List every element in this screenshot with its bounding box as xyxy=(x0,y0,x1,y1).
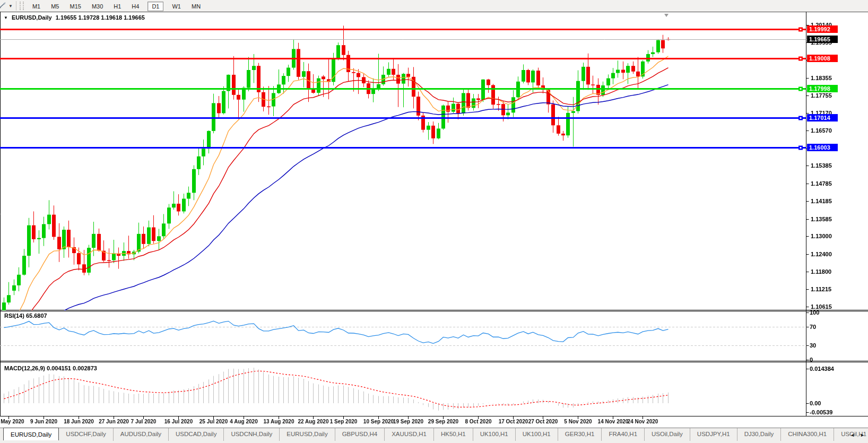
price-axis-tick: 1.16570 xyxy=(811,127,832,134)
chart-tab-eurusd-daily[interactable]: EURUSD,Daily xyxy=(279,428,334,441)
rsi-axis-tick: 70 xyxy=(810,323,816,331)
date-axis-label: 24 Nov 2020 xyxy=(623,419,663,424)
chart-window: ▼ EURUSD,Daily 1.19655 1.19728 1.19618 1… xyxy=(0,12,868,428)
date-axis-label: 9 Jun 2020 xyxy=(24,419,64,424)
price-axis-tick: 1.11215 xyxy=(811,285,831,293)
macd-axis-tick: -0.00539 xyxy=(810,409,832,416)
hline-price-label: 1.19992 xyxy=(807,25,838,33)
rsi-axis-tick: 100 xyxy=(810,309,819,316)
date-axis-label: 4 Aug 2020 xyxy=(224,419,264,424)
chart-tab-uk100-h1[interactable]: UK100,H1 xyxy=(515,428,558,441)
price-axis-tick: 1.11800 xyxy=(811,268,831,275)
timeframe-button-d1[interactable]: D1 xyxy=(147,2,163,11)
current-price-label: 1.19665 xyxy=(807,36,838,43)
timeframe-button-m5[interactable]: M5 xyxy=(47,2,63,11)
date-axis-label: 1 Sep 2020 xyxy=(324,419,364,424)
date-axis-label: 7 Jul 2020 xyxy=(124,419,164,424)
rsi-axis-tick: 30 xyxy=(810,342,816,349)
price-axis-tick: 1.17755 xyxy=(811,92,832,99)
rsi-axis-tick: 0 xyxy=(810,356,813,363)
toolbar-drag-handle[interactable] xyxy=(20,2,24,10)
trendline-tool-icon[interactable] xyxy=(0,2,8,10)
timeframe-button-mn[interactable]: MN xyxy=(187,2,205,11)
chart-tab-dj30-daily[interactable]: DJ30,Daily xyxy=(737,428,781,441)
chart-tab-gbpusd-h4[interactable]: GBPUSD,H4 xyxy=(335,428,384,441)
price-axis-tick: 1.13000 xyxy=(811,232,832,240)
hline-price-label: 1.17998 xyxy=(807,85,838,92)
chart-tab-fra40-h1[interactable]: FRA40,H1 xyxy=(601,428,644,441)
timeframe-button-h1[interactable]: H1 xyxy=(109,2,125,11)
date-axis-label: 8 Oct 2020 xyxy=(458,419,499,424)
price-axis-tick: 1.13585 xyxy=(811,215,832,223)
macd-indicator-label: MACD(12,26,9) 0.004151 0.002873 xyxy=(4,365,97,371)
chart-tab-eurusd-daily[interactable]: EURUSD,Daily xyxy=(3,428,59,440)
chart-canvas[interactable] xyxy=(0,12,868,428)
chart-shift-marker-icon[interactable] xyxy=(664,14,669,17)
timeframe-button-h4[interactable]: H4 xyxy=(127,2,143,11)
tab-scroll-right-icon[interactable]: ► xyxy=(860,432,865,438)
date-axis-label: 16 Jul 2020 xyxy=(159,419,199,424)
price-axis-tick: 1.15385 xyxy=(811,162,832,169)
timeframe-button-m15[interactable]: M15 xyxy=(65,2,85,11)
price-axis-tick: 1.14185 xyxy=(811,197,832,205)
timeframe-button-m1[interactable]: M1 xyxy=(28,2,45,11)
chart-tab-audusd-daily[interactable]: AUDUSD,Daily xyxy=(113,428,168,441)
chart-title: ▼ EURUSD,Daily 1.19655 1.19728 1.19618 1… xyxy=(4,14,145,21)
chart-tab-ger30-h1[interactable]: GER30,H1 xyxy=(558,428,602,441)
date-axis-label: 18 Jun 2020 xyxy=(59,419,99,424)
chart-tab-china300-h1[interactable]: CHINA300,H1 xyxy=(780,428,834,441)
hline-price-label: 1.19008 xyxy=(807,55,838,62)
price-axis-tick: 1.14785 xyxy=(811,180,832,187)
tab-scroll-left-icon[interactable]: ◄ xyxy=(850,432,855,438)
date-axis-label: 29 Sep 2020 xyxy=(423,419,464,424)
collapse-chart-icon[interactable]: ▼ xyxy=(4,15,8,20)
rsi-indicator-label: RSI(14) 65.6807 xyxy=(4,312,47,319)
macd-axis-tick: 0.00 xyxy=(810,399,821,407)
chart-tab-usdcad-daily[interactable]: USDCAD,Daily xyxy=(168,428,223,441)
chart-tabs-bar: EURUSD,DailyUSDCHF,DailyAUDUSD,DailyUSDC… xyxy=(0,428,868,443)
toolbar: ▼ M1M5M15M30H1H4D1W1MN xyxy=(0,0,868,12)
date-axis-label: 19 Sep 2020 xyxy=(388,419,429,424)
hline-price-label: 1.17014 xyxy=(807,114,838,121)
chart-tab-xauusd-h1[interactable]: XAUUSD,H1 xyxy=(384,428,433,441)
chart-tabs: EURUSD,DailyUSDCHF,DailyAUDUSD,DailyUSDC… xyxy=(3,428,868,443)
timeframe-button-w1[interactable]: W1 xyxy=(168,2,185,11)
chart-tab-usdjpy-h1[interactable]: USDJPY,H1 xyxy=(690,428,737,441)
tab-scroll-controls: ◄ ► xyxy=(850,432,865,438)
hline-price-label: 1.16003 xyxy=(807,144,838,151)
chart-symbol-label: EURUSD,Daily xyxy=(12,14,52,21)
chart-tab-uk100-h1[interactable]: UK100,H1 xyxy=(473,428,515,441)
timeframe-button-group: M1M5M15M30H1H4D1W1MN xyxy=(27,1,206,11)
chart-tab-usoil-daily[interactable]: USOil,Daily xyxy=(644,428,690,441)
price-axis-tick: 1.12400 xyxy=(811,250,832,258)
chart-tab-usdchf-daily[interactable]: USDCHF,Daily xyxy=(59,428,112,441)
price-axis-tick: 1.18355 xyxy=(811,74,832,82)
tool-dropdown-caret-icon[interactable]: ▼ xyxy=(8,4,13,8)
timeframe-button-m30[interactable]: M30 xyxy=(88,2,107,11)
toolbar-separator xyxy=(16,1,16,11)
chart-tab-usdcnh-daily[interactable]: USDCNH,Daily xyxy=(223,428,279,441)
chart-ohlc-values: 1.19655 1.19728 1.19618 1.19665 xyxy=(56,14,145,21)
chart-tab-hk50-h1[interactable]: HK50,H1 xyxy=(433,428,473,441)
date-axis-label: 27 Oct 2020 xyxy=(523,419,563,424)
macd-axis-tick: 0.014384 xyxy=(810,365,834,372)
date-axis-label: 5 Nov 2020 xyxy=(558,419,598,424)
